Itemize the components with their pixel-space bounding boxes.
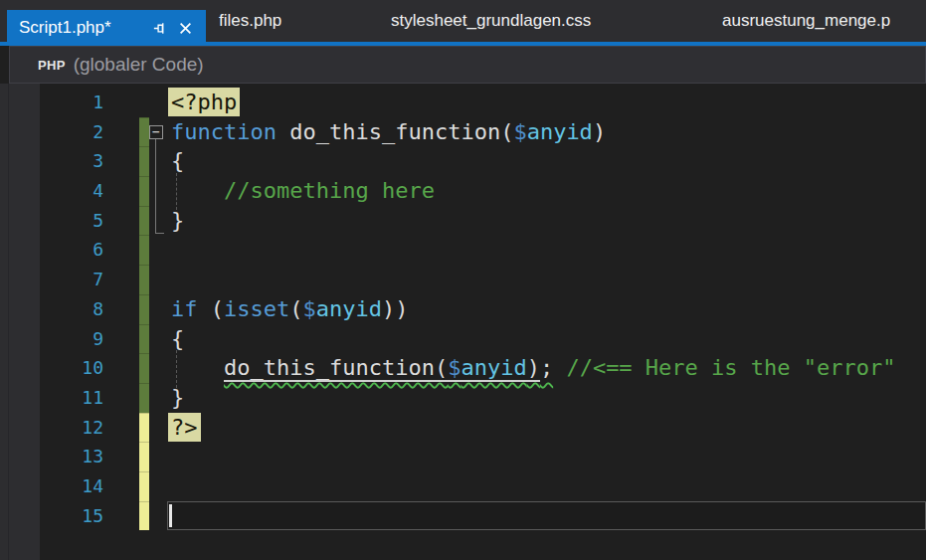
token-variable: anyid xyxy=(461,355,526,382)
code-line[interactable]: 4 //something here xyxy=(0,176,926,206)
token-plain: do_this_function( xyxy=(277,119,513,144)
token-variable: anyid xyxy=(316,296,382,321)
change-indicator-yellow xyxy=(139,501,149,531)
tab-script1-php[interactable]: Script1.php* xyxy=(7,10,206,46)
code-line[interactable]: 10 do_this_function($anyid); //<== Here … xyxy=(0,353,926,383)
php-open-tag: <?php xyxy=(168,88,240,116)
fold-collapse-icon[interactable]: − xyxy=(149,125,163,139)
token-plain: ( xyxy=(198,296,225,321)
line-number: 5 xyxy=(40,206,103,236)
token-keyword: if xyxy=(171,296,198,321)
token-plain: ; xyxy=(540,355,553,380)
code-text[interactable] xyxy=(171,471,926,501)
change-indicator-green xyxy=(139,176,149,206)
token-keyword: function xyxy=(171,119,277,144)
code-editor[interactable]: 1<?php2function do_this_function($anyid)… xyxy=(0,84,926,560)
code-line[interactable]: 2function do_this_function($anyid) xyxy=(0,117,926,147)
line-number: 10 xyxy=(40,353,103,383)
close-icon[interactable] xyxy=(174,17,196,39)
line-number: 4 xyxy=(40,176,103,206)
change-indicator-green xyxy=(139,146,149,176)
code-text[interactable]: { xyxy=(171,146,926,176)
navigation-bar[interactable]: PHP (globaler Code) xyxy=(9,46,926,84)
code-line[interactable]: 11} xyxy=(0,383,926,413)
change-indicator-green xyxy=(139,206,149,236)
token-comment: //<== Here is the "error" xyxy=(566,355,895,380)
line-number: 15 xyxy=(40,501,103,531)
change-indicator-yellow xyxy=(139,471,149,501)
code-line[interactable]: 9{ xyxy=(0,324,926,354)
line-number: 12 xyxy=(40,413,103,443)
change-indicator-green xyxy=(139,265,149,294)
line-number: 6 xyxy=(40,235,103,265)
change-indicator-green xyxy=(139,353,149,383)
code-text[interactable] xyxy=(171,265,926,294)
line-number: 9 xyxy=(40,324,103,354)
token-comment: //something here xyxy=(224,178,435,203)
language-label: PHP xyxy=(38,58,66,73)
tab-label: files.php xyxy=(219,11,281,31)
fold-region-line xyxy=(155,139,156,233)
line-number: 13 xyxy=(40,442,103,471)
code-text[interactable]: function do_this_function($anyid) xyxy=(171,117,926,147)
token-dollar: $ xyxy=(302,296,315,321)
code-text[interactable]: { xyxy=(171,324,926,354)
code-line[interactable]: 12?> xyxy=(0,413,926,443)
token-plain: ( xyxy=(289,296,302,321)
token-dollar: $ xyxy=(448,355,461,382)
token-plain: } xyxy=(171,385,184,410)
line-number: 1 xyxy=(40,88,103,117)
code-text[interactable]: <?php xyxy=(171,88,926,117)
code-line[interactable]: 5} xyxy=(0,206,926,236)
code-text[interactable]: ?> xyxy=(171,413,926,443)
tab-files-php[interactable]: files.php xyxy=(219,0,281,42)
code-line[interactable]: 14 xyxy=(0,471,926,501)
token-plain xyxy=(553,355,566,380)
code-text[interactable]: //something here xyxy=(171,176,926,206)
token-plain: } xyxy=(171,208,184,233)
change-indicator-green xyxy=(139,294,149,324)
change-indicator-yellow xyxy=(139,413,149,443)
code-line[interactable]: 3{ xyxy=(0,146,926,176)
code-text[interactable] xyxy=(171,442,926,471)
code-text[interactable]: } xyxy=(171,206,926,236)
change-indicator-green xyxy=(139,235,149,265)
line-number: 2 xyxy=(40,117,103,147)
change-indicator-yellow xyxy=(139,442,149,471)
token-plain: )) xyxy=(382,296,409,321)
code-text[interactable] xyxy=(171,235,926,265)
token-dollar: $ xyxy=(513,119,526,144)
token-plain: ) xyxy=(593,119,606,144)
line-number: 3 xyxy=(40,146,103,176)
code-line[interactable]: 7 xyxy=(0,265,926,294)
pin-icon[interactable] xyxy=(148,17,170,39)
code-text[interactable]: do_this_function($anyid); //<== Here is … xyxy=(171,353,926,383)
token-plain: { xyxy=(171,326,184,351)
php-close-tag: ?> xyxy=(168,413,201,442)
code-text[interactable]: } xyxy=(171,383,926,413)
code-text[interactable]: if (isset($anyid)) xyxy=(171,294,926,324)
token-plain xyxy=(171,178,224,203)
change-indicator-green xyxy=(139,324,149,354)
code-text[interactable] xyxy=(171,501,926,531)
tab-stylesheet-grundlagen-css[interactable]: stylesheet_grundlagen.css xyxy=(391,0,591,42)
token-variable: anyid xyxy=(527,119,593,144)
code-line[interactable]: 15 xyxy=(0,501,926,531)
ide-window: Script1.php* files.php stylesheet_grundl… xyxy=(0,0,926,560)
line-number: 11 xyxy=(40,383,103,413)
code-line[interactable]: 13 xyxy=(0,442,926,471)
code-line[interactable]: 6 xyxy=(0,235,926,265)
tab-label: ausruestung_menge.p xyxy=(722,11,890,31)
token-plain: { xyxy=(171,148,184,173)
change-indicator-green xyxy=(139,117,149,147)
line-number: 7 xyxy=(40,265,103,294)
scope-dropdown-label[interactable]: (globaler Code) xyxy=(74,54,204,76)
code-rows: 1<?php2function do_this_function($anyid)… xyxy=(0,88,926,530)
text-caret xyxy=(169,504,172,528)
line-number: 8 xyxy=(40,294,103,324)
token-plain: do_this_function( xyxy=(224,355,448,382)
tab-ausruestung-menge[interactable]: ausruestung_menge.p xyxy=(722,0,890,42)
code-line[interactable]: 8if (isset($anyid)) xyxy=(0,294,926,324)
tab-label: Script1.php* xyxy=(19,18,144,38)
code-line[interactable]: 1<?php xyxy=(0,88,926,117)
